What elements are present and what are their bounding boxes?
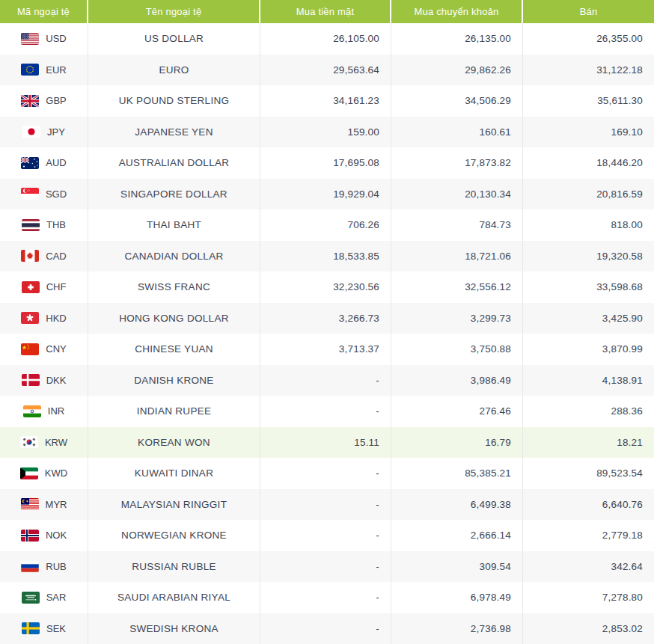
transfer-buy-value: 2,666.14 (391, 520, 523, 551)
currency-name: KUWAITI DINAR (88, 458, 260, 489)
sell-value: 3,870.99 (523, 334, 654, 365)
transfer-buy-value: 6,499.38 (391, 489, 523, 521)
transfer-buy-value: 17,873.82 (391, 147, 523, 179)
cash-buy-value: - (260, 396, 391, 427)
currency-code-cell: CNY (0, 334, 88, 365)
table-row-cny: CNYCHINESE YUAN3,713.373,750.883,870.99 (0, 334, 654, 365)
cash-buy-value: 15.11 (260, 427, 391, 459)
currency-code: RUB (46, 561, 66, 572)
hk-flag-icon (21, 312, 39, 324)
transfer-buy-value: 20,130.34 (391, 179, 523, 210)
table-row-kwd: KWDKUWAITI DINAR-85,385.2189,523.54 (0, 458, 654, 489)
currency-name: SINGAPORE DOLLAR (88, 179, 260, 210)
cash-buy-value: - (260, 582, 391, 613)
currency-code-cell: DKK (0, 365, 88, 396)
currency-code: JPY (47, 126, 65, 138)
table-body: USDUS DOLLAR26,105.0026,135.0026,355.00E… (0, 23, 654, 644)
sell-value: 4,138.91 (523, 365, 654, 396)
table-row-rub: RUBRUSSIAN RUBLE-309.54342.64 (0, 551, 654, 583)
table-row-myr: MYRMALAYSIAN RINGGIT-6,499.386,640.76 (0, 489, 654, 521)
sell-value: 288.36 (523, 396, 654, 427)
currency-name: INDIAN RUPEE (88, 396, 260, 427)
currency-name: SWISS FRANC (88, 272, 260, 303)
cash-buy-value: - (260, 613, 391, 644)
currency-code-cell: JPY (0, 117, 88, 148)
column-header-currency-name: Tên ngoại tệ (88, 0, 260, 23)
currency-code-cell: NOK (0, 520, 88, 551)
sell-value: 26,355.00 (523, 23, 654, 55)
cash-buy-value: - (260, 458, 391, 489)
cash-buy-value: - (260, 520, 391, 551)
table-row-cad: CADCANADIAN DOLLAR18,533.8518,721.0619,3… (0, 241, 654, 272)
cash-buy-value: 29,563.64 (260, 55, 391, 86)
currency-name: AUSTRALIAN DOLLAR (88, 147, 260, 179)
currency-code-cell: SAR (0, 582, 88, 613)
currency-code: INR (48, 405, 64, 417)
cash-buy-value: 34,161.23 (260, 85, 391, 117)
transfer-buy-value: 6,978.49 (391, 582, 523, 613)
column-header-transfer-buy: Mua chuyển khoản (391, 0, 523, 23)
currency-code: SGD (46, 188, 67, 200)
currency-code-cell: KRW (0, 427, 88, 459)
currency-code: CAD (46, 251, 66, 262)
table-row-hkd: HKDHONG KONG DOLLAR3,266.733,299.733,425… (0, 303, 654, 334)
cash-buy-value: 3,713.37 (260, 334, 391, 365)
currency-code-cell: CHF (0, 272, 88, 303)
table-row-sgd: SGDSINGAPORE DOLLAR19,929.0420,130.3420,… (0, 179, 654, 210)
transfer-buy-value: 18,721.06 (391, 241, 523, 272)
exchange-rate-table: Mã ngoại tệ Tên ngoại tệ Mua tiền mặt Mu… (0, 0, 654, 644)
currency-name: MALAYSIAN RINGGIT (88, 489, 260, 521)
sa-flag-icon (22, 592, 40, 604)
transfer-buy-value: 160.61 (391, 117, 523, 148)
cash-buy-value: 706.26 (260, 209, 391, 241)
currency-code: KWD (45, 467, 67, 479)
currency-code-cell: CAD (0, 241, 88, 272)
dk-flag-icon (22, 374, 40, 386)
sell-value: 818.00 (523, 209, 654, 241)
se-flag-icon (22, 622, 40, 634)
currency-name: SWEDISH KRONA (88, 613, 260, 644)
currency-code-cell: USD (0, 23, 88, 55)
table-row-gbp: GBPUK POUND STERLING34,161.2334,506.2935… (0, 85, 654, 117)
currency-name: SAUDI ARABIAN RIYAL (88, 582, 260, 613)
currency-code: DKK (46, 375, 67, 386)
cash-buy-value: 17,695.08 (260, 147, 391, 179)
cash-buy-value: - (260, 551, 391, 583)
currency-code-cell: RUB (0, 551, 88, 583)
transfer-buy-value: 784.73 (391, 209, 523, 241)
eu-flag-icon (21, 64, 39, 76)
currency-code: KRW (45, 437, 67, 448)
table-row-chf: CHFSWISS FRANC32,230.5632,556.1233,598.6… (0, 272, 654, 303)
currency-code: SAR (46, 592, 67, 603)
transfer-buy-value: 3,986.49 (391, 365, 523, 396)
currency-code: THB (46, 219, 66, 230)
currency-name: NORWEGIAN KRONE (88, 520, 260, 551)
currency-code-cell: EUR (0, 55, 88, 86)
currency-code-cell: THB (0, 209, 88, 241)
currency-name: UK POUND STERLING (88, 85, 260, 117)
currency-code: HKD (46, 313, 66, 324)
no-flag-icon (21, 530, 39, 542)
ch-flag-icon (22, 281, 40, 293)
currency-code-cell: SEK (0, 613, 88, 644)
currency-name: CANADIAN DOLLAR (88, 241, 260, 272)
sell-value: 18,446.20 (523, 147, 654, 179)
cash-buy-value: 159.00 (260, 117, 391, 148)
currency-code: CNY (46, 343, 66, 355)
sell-value: 169.10 (523, 117, 654, 148)
sell-value: 35,611.30 (523, 85, 654, 117)
currency-code-cell: KWD (0, 458, 88, 489)
transfer-buy-value: 276.46 (391, 396, 523, 427)
transfer-buy-value: 34,506.29 (391, 85, 523, 117)
table-row-sek: SEKSWEDISH KRONA-2,736.982,853.02 (0, 613, 654, 644)
sell-value: 342.64 (523, 551, 654, 583)
currency-code-cell: AUD (0, 147, 88, 179)
cash-buy-value: 18,533.85 (260, 241, 391, 272)
table-row-nok: NOKNORWEGIAN KRONE-2,666.142,779.18 (0, 520, 654, 551)
cash-buy-value: 19,929.04 (260, 179, 391, 210)
transfer-buy-value: 32,556.12 (391, 272, 523, 303)
table-row-thb: THBTHAI BAHT706.26784.73818.00 (0, 209, 654, 241)
currency-name: HONG KONG DOLLAR (88, 303, 260, 334)
transfer-buy-value: 3,299.73 (391, 303, 523, 334)
currency-code: USD (46, 33, 66, 44)
